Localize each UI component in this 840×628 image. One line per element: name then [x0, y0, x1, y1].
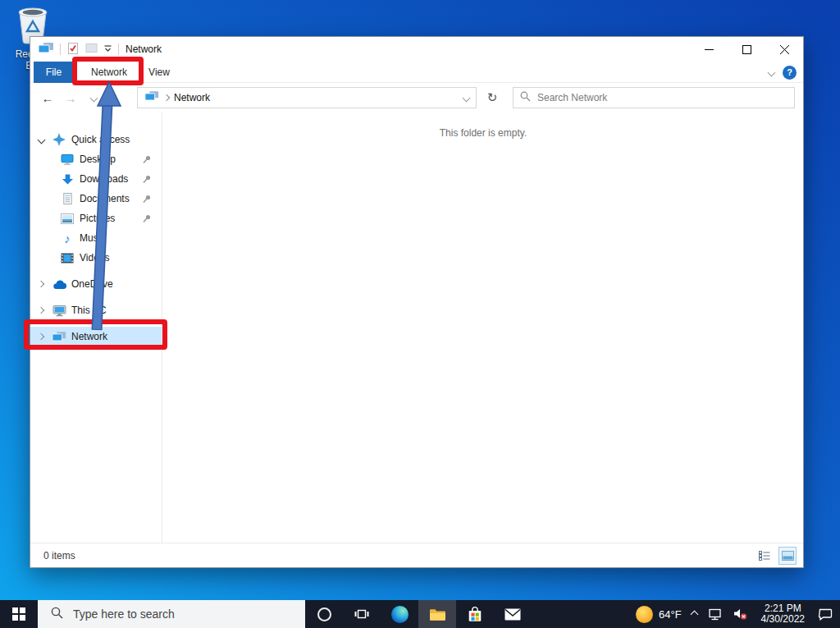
search-box[interactable] [513, 87, 795, 108]
pin-icon [142, 154, 152, 167]
cortana-icon [317, 607, 331, 621]
hidden-icons-chevron[interactable] [690, 610, 698, 618]
address-dropdown-chevron[interactable] [463, 94, 471, 102]
search-icon [520, 91, 531, 104]
divider [118, 44, 119, 55]
edge-button[interactable] [381, 600, 418, 628]
back-button[interactable]: ← [37, 86, 58, 109]
ribbon-tab-bar: File Network View [30, 62, 803, 83]
weather-temperature[interactable]: 64°F [659, 608, 682, 621]
expand-chevron-icon[interactable] [38, 307, 44, 314]
forward-button[interactable]: → [60, 86, 81, 109]
items-count: 0 items [43, 550, 75, 562]
network-window-icon [38, 42, 54, 57]
details-view-button[interactable] [756, 547, 774, 565]
taskbar-search-input[interactable] [73, 607, 253, 621]
tab-file[interactable]: File [34, 62, 74, 83]
start-button[interactable] [0, 600, 38, 628]
downloads-icon [60, 172, 75, 186]
clock-date: 4/30/2022 [761, 614, 805, 625]
store-icon [467, 606, 483, 622]
collapse-chevron-icon[interactable] [38, 135, 46, 144]
status-bar: 0 items [30, 543, 803, 567]
divider [60, 44, 61, 55]
windows-logo-icon [12, 607, 25, 621]
weather-sun-icon[interactable] [636, 606, 653, 623]
close-button[interactable] [765, 37, 803, 62]
large-icons-view-button[interactable] [778, 547, 797, 565]
cortana-button[interactable] [305, 600, 343, 628]
folder-icon [429, 607, 446, 621]
taskbar-search[interactable] [38, 600, 305, 628]
breadcrumb-chevron-icon [163, 94, 170, 101]
quick-access-star-icon [52, 132, 66, 147]
maximize-button[interactable] [728, 37, 765, 62]
volume-muted-icon[interactable] [731, 600, 751, 628]
mail-button[interactable] [494, 600, 532, 628]
search-icon [51, 607, 63, 622]
pin-icon [142, 213, 152, 226]
pin-icon [142, 194, 152, 206]
annotation-arrow [82, 79, 128, 335]
folder-content-area[interactable]: This folder is empty. [163, 112, 803, 543]
pin-icon [142, 174, 152, 186]
mail-icon [504, 608, 521, 621]
documents-icon [60, 191, 75, 206]
network-location-icon [144, 90, 159, 105]
new-folder-button[interactable] [85, 43, 98, 56]
customize-quick-access-toolbar-button[interactable] [103, 44, 112, 55]
action-center-button[interactable] [815, 600, 835, 628]
navigation-bar: ← → Network ↻ [30, 83, 803, 112]
address-bar[interactable]: Network [137, 87, 477, 108]
file-explorer-window: Network File Network View ? ← → [30, 36, 804, 568]
desktop-icon [60, 152, 75, 167]
refresh-button[interactable]: ↻ [482, 87, 503, 108]
store-button[interactable] [456, 600, 494, 628]
task-view-button[interactable] [343, 600, 381, 628]
pictures-icon [60, 211, 75, 226]
onedrive-cloud-icon [52, 277, 66, 291]
minimize-button[interactable] [690, 37, 728, 62]
expand-chevron-icon[interactable] [38, 281, 44, 287]
empty-folder-message: This folder is empty. [163, 127, 803, 139]
taskbar-clock[interactable]: 2:21 PM 4/30/2022 [756, 603, 810, 625]
task-view-icon [354, 608, 369, 620]
edge-icon [391, 606, 409, 623]
expand-ribbon-chevron-icon[interactable] [768, 68, 776, 76]
music-icon: ♪ [60, 231, 75, 245]
videos-icon [60, 250, 75, 265]
tab-view[interactable]: View [141, 62, 177, 83]
network-tray-icon[interactable] [705, 600, 725, 628]
this-pc-icon [52, 303, 66, 318]
taskbar: 64°F 2:21 PM 4/30/2022 [0, 600, 840, 628]
breadcrumb-location[interactable]: Network [174, 92, 210, 103]
search-input[interactable] [537, 92, 788, 103]
properties-button[interactable] [66, 42, 80, 57]
file-explorer-button[interactable] [418, 600, 456, 628]
help-icon[interactable]: ? [783, 66, 797, 80]
window-title: Network [126, 44, 162, 55]
title-bar[interactable]: Network [30, 37, 803, 62]
